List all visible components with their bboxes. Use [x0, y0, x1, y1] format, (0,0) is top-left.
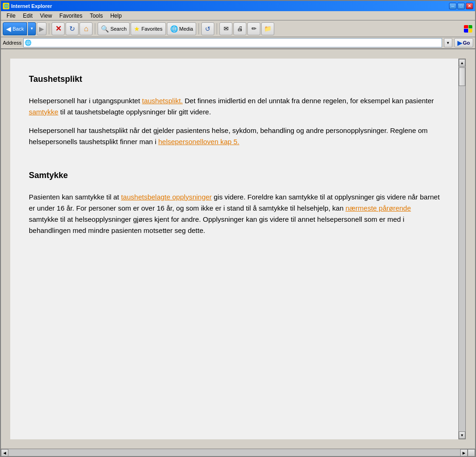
history-icon: ↺ — [205, 25, 211, 33]
menu-bar: File Edit View Favorites Tools Help — [1, 11, 475, 20]
flag-green — [469, 25, 473, 29]
address-bar: Address 🌐 ▼ ▶ Go — [1, 37, 475, 49]
vertical-scrollbar: ▲ ▼ — [458, 59, 466, 439]
page-favicon: 🌐 — [25, 40, 31, 46]
folder-icon: 📁 — [264, 25, 271, 32]
section1-paragraph2: Helsepersonell har taushetsplikt når det… — [29, 125, 440, 147]
section1-p1-before: Helsepersonell har i utgangspunktet — [29, 97, 142, 105]
section1-paragraph1: Helsepersonell har i utgangspunktet taus… — [29, 95, 440, 118]
scroll-left-button[interactable]: ◀ — [1, 449, 8, 457]
horizontal-scroll-track — [8, 449, 460, 456]
home-icon: ⌂ — [84, 25, 89, 33]
stop-button[interactable]: ✕ — [52, 22, 65, 35]
print-icon: 🖨 — [237, 25, 243, 32]
bottom-bar: ◀ ▶ — [1, 449, 475, 456]
media-button[interactable]: 🌐 Media — [167, 22, 197, 35]
address-input[interactable] — [33, 40, 440, 46]
helsepersonelloven-link[interactable]: helsepersonelloven kap 5. — [158, 138, 239, 146]
naermeste-parorende-link[interactable]: nærmeste pårørende — [345, 204, 411, 212]
print-button[interactable]: 🖨 — [233, 22, 246, 35]
window-title: Internet Explorer — [11, 3, 52, 9]
address-input-wrapper: 🌐 — [23, 38, 442, 47]
menu-help[interactable]: Help — [106, 12, 126, 20]
content-area: Taushetsplikt Helsepersonell har i utgan… — [1, 49, 475, 449]
scroll-track — [459, 66, 465, 431]
scroll-corner — [468, 449, 475, 457]
scroll-up-button[interactable]: ▲ — [459, 59, 465, 66]
go-button[interactable]: ▶ Go — [454, 38, 473, 47]
favorites-label: Favorites — [141, 26, 162, 32]
stop-icon: ✕ — [55, 24, 61, 33]
back-label: Back — [13, 26, 24, 32]
flag-blue — [464, 29, 468, 33]
mail-icon: ✉ — [224, 25, 229, 32]
toolbar-separator-4 — [217, 23, 217, 34]
winxp-logo — [463, 24, 473, 34]
section1-title: Taushetsplikt — [29, 73, 440, 86]
browser-icon: 🌐 — [3, 3, 9, 9]
section2-title: Samtykke — [29, 169, 440, 182]
refresh-button[interactable]: ↻ — [66, 22, 79, 35]
toolbar-separator-1 — [49, 23, 49, 34]
media-label: Media — [179, 26, 193, 32]
samtykke-link[interactable]: samtykke — [29, 108, 58, 116]
page-content: Taushetsplikt Helsepersonell har i utgan… — [10, 59, 458, 439]
back-button[interactable]: ◀ Back — [3, 22, 27, 35]
menu-file[interactable]: File — [3, 12, 19, 20]
taushetsplikt-link[interactable]: taushetsplikt. — [142, 97, 183, 105]
edit-button[interactable]: ✏ — [247, 22, 260, 35]
favorites-button[interactable]: ★ Favorites — [131, 22, 165, 35]
taushetsbelagte-opplysninger-link[interactable]: taushetsbelagte opplysninger — [121, 193, 212, 201]
scroll-right-button[interactable]: ▶ — [460, 449, 468, 457]
flag-red — [464, 25, 468, 29]
search-label: Search — [110, 26, 126, 32]
go-arrow-icon: ▶ — [457, 40, 462, 46]
section1-p1-end: til at taushetsbelagte opplysninger blir… — [58, 108, 211, 116]
edit-icon: ✏ — [251, 25, 257, 32]
menu-favorites[interactable]: Favorites — [56, 12, 86, 20]
address-dropdown-button[interactable]: ▼ — [444, 38, 452, 47]
scroll-thumb[interactable] — [459, 67, 465, 86]
minimize-button[interactable]: ─ — [449, 3, 456, 9]
menu-edit[interactable]: Edit — [19, 12, 36, 20]
folder-button[interactable]: 📁 — [261, 22, 274, 35]
mail-button[interactable]: ✉ — [219, 22, 232, 35]
title-bar-left: 🌐 Internet Explorer — [3, 3, 52, 9]
search-button[interactable]: 🔍 Search — [98, 22, 130, 35]
scroll-down-button[interactable]: ▼ — [459, 431, 465, 439]
toolbar-separator-2 — [95, 23, 95, 34]
search-icon: 🔍 — [101, 25, 109, 33]
winxp-flag — [464, 25, 472, 33]
menu-view[interactable]: View — [36, 12, 56, 20]
forward-icon: ▶ — [39, 25, 44, 33]
menu-tools[interactable]: Tools — [86, 12, 106, 20]
address-label: Address — [3, 40, 21, 46]
go-label: Go — [463, 40, 470, 46]
section-gap — [29, 155, 440, 169]
maximize-button[interactable]: □ — [457, 3, 465, 9]
close-button[interactable]: ✕ — [466, 3, 473, 9]
title-bar: 🌐 Internet Explorer ─ □ ✕ — [1, 1, 475, 11]
favorites-icon: ★ — [134, 25, 140, 33]
toolbar: ◀ Back ▼ ▶ ✕ ↻ ⌂ 🔍 Search ★ Favorites 🌐 … — [1, 20, 475, 37]
browser-window: 🌐 Internet Explorer ─ □ ✕ File Edit View… — [0, 0, 476, 457]
refresh-icon: ↻ — [69, 25, 75, 33]
title-bar-buttons: ─ □ ✕ — [449, 3, 473, 9]
media-icon: 🌐 — [170, 25, 178, 33]
forward-button[interactable]: ▶ — [37, 22, 46, 35]
section2-paragraph1: Pasienten kan samtykke til at taushetsbe… — [29, 192, 440, 236]
back-icon: ◀ — [6, 25, 11, 33]
section1-p1-after: Det finnes imidlertid en del unntak fra … — [183, 97, 434, 105]
history-button[interactable]: ↺ — [201, 22, 214, 35]
toolbar-separator-3 — [198, 23, 199, 34]
home-button[interactable]: ⌂ — [79, 22, 93, 35]
flag-yellow — [469, 29, 473, 33]
back-dropdown-button[interactable]: ▼ — [28, 22, 36, 35]
section2-p1-end: samtykke til at helseopplysninger gjøres… — [29, 215, 404, 234]
section2-p1-before: Pasienten kan samtykke til at — [29, 193, 121, 201]
